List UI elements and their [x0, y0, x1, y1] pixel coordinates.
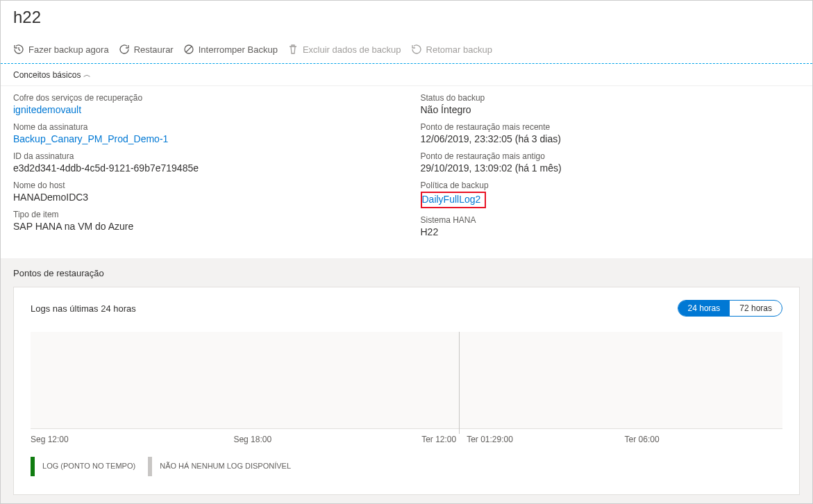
legend-log-pit: LOG (PONTO NO TEMPO): [31, 457, 135, 476]
item-type-label: Tipo de item: [13, 210, 393, 219]
subscription-name-label: Nome da assinatura: [13, 122, 393, 132]
restore-label: Restaurar: [134, 44, 174, 55]
page-title: h22: [13, 8, 800, 27]
host-name-label: Nome do host: [13, 180, 393, 190]
essentials-toggle[interactable]: Conceitos básicos ︿: [1, 64, 812, 86]
legend-log-pit-label: LOG (PONTO NO TEMPO): [42, 462, 135, 470]
current-time-marker: [459, 332, 460, 434]
legend-no-log: NÃO HÁ NENHUM LOG DISPONÍVEL: [148, 457, 291, 476]
oldest-restore-point-label: Ponto de restauração mais antigo: [421, 151, 801, 161]
log-timeline-chart[interactable]: [31, 332, 782, 429]
restore-icon: [119, 44, 130, 55]
newest-restore-point-value: 12/06/2019, 23:32:05 (há 3 dias): [421, 133, 801, 144]
essentials-label: Conceitos básicos: [13, 70, 81, 80]
restore-points-heading: Pontos de restauração: [13, 268, 800, 278]
subscription-id-value: e3d2d341-4ddb-4c5d-9121-69b7e719485e: [13, 162, 393, 174]
hana-system-value: H22: [421, 226, 801, 237]
time-range-toggle: 24 horas 72 horas: [678, 300, 782, 317]
resume-icon: [411, 44, 422, 55]
toggle-24h[interactable]: 24 horas: [678, 301, 730, 316]
vault-label: Cofre dos serviços de recuperação: [13, 93, 393, 103]
x-label: Ter 12:00: [421, 435, 456, 444]
x-label: Seg 12:00: [31, 435, 69, 444]
command-bar: Fazer backup agora Restaurar Interromper…: [1, 37, 812, 64]
stop-backup-button[interactable]: Interromper Backup: [183, 44, 278, 55]
restore-button[interactable]: Restaurar: [119, 44, 174, 55]
backup-policy-label: Política de backup: [421, 180, 801, 190]
log-card: Logs nas últimas 24 horas 24 horas 72 ho…: [13, 287, 800, 495]
newest-restore-point-label: Ponto de restauração mais recente: [421, 122, 801, 132]
legend: LOG (PONTO NO TEMPO) NÃO HÁ NENHUM LOG D…: [31, 457, 782, 476]
x-label: Seg 18:00: [233, 435, 271, 444]
essentials-grid: Cofre dos serviços de recuperação ignite…: [1, 86, 812, 258]
subscription-name-link[interactable]: Backup_Canary_PM_Prod_Demo-1: [13, 133, 393, 144]
backup-now-label: Fazer backup agora: [28, 44, 109, 55]
item-type-value: SAP HANA na VM do Azure: [13, 221, 393, 232]
stop-icon: [183, 44, 194, 55]
backup-policy-highlight: DailyFullLog2: [421, 192, 487, 208]
restore-points-panel: Pontos de restauração Logs nas últimas 2…: [1, 258, 812, 504]
backup-now-button[interactable]: Fazer backup agora: [13, 44, 109, 55]
subscription-id-label: ID da assinatura: [13, 151, 393, 161]
backup-status-label: Status do backup: [421, 93, 801, 103]
backup-icon: [13, 44, 24, 55]
x-label: Ter 01:29:00: [467, 435, 513, 444]
delete-data-label: Excluir dados de backup: [303, 44, 401, 55]
hana-system-label: Sistema HANA: [421, 215, 801, 225]
swatch-green: [31, 457, 35, 476]
backup-status-value: Não Íntegro: [421, 104, 801, 115]
swatch-gray: [148, 457, 152, 476]
delete-data-button: Excluir dados de backup: [287, 44, 401, 55]
delete-icon: [287, 44, 299, 55]
log-card-title: Logs nas últimas 24 horas: [31, 303, 136, 314]
oldest-restore-point-value: 29/10/2019, 13:09:02 (há 1 mês): [421, 162, 801, 174]
vault-link[interactable]: ignitedemovault: [13, 104, 393, 115]
chevron-up-icon: ︿: [83, 69, 91, 80]
stop-backup-label: Interromper Backup: [199, 44, 278, 55]
legend-no-log-label: NÃO HÁ NENHUM LOG DISPONÍVEL: [160, 462, 291, 470]
host-name-value: HANADemoIDC3: [13, 192, 393, 203]
x-label: Ter 06:00: [625, 435, 660, 444]
resume-backup-button: Retomar backup: [411, 44, 492, 55]
timeline-x-axis: Seg 12:00 Seg 18:00 Ter 12:00 Ter 01:29:…: [31, 435, 782, 447]
backup-policy-link[interactable]: DailyFullLog2: [422, 194, 481, 205]
resume-backup-label: Retomar backup: [426, 44, 492, 55]
toggle-72h[interactable]: 72 horas: [730, 301, 782, 316]
